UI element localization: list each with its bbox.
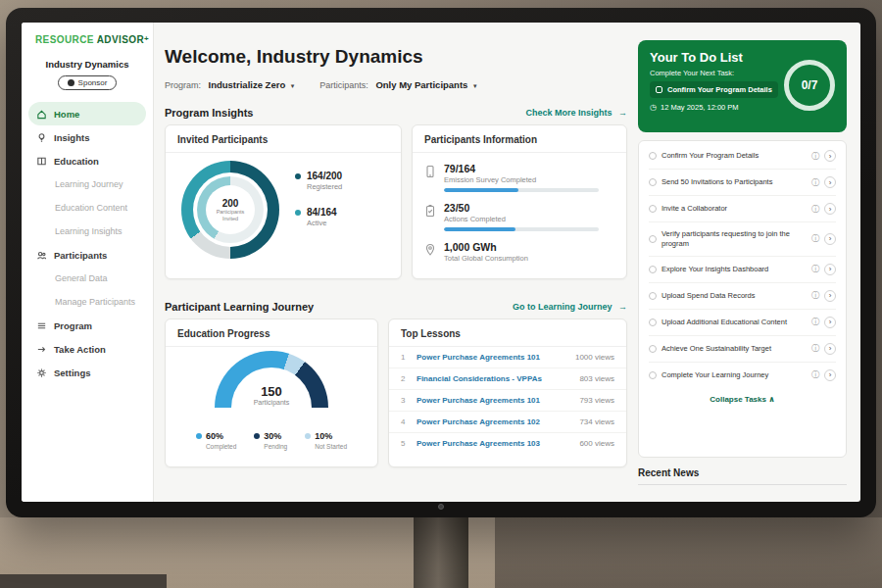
chevron-right-icon[interactable]: › (824, 233, 836, 245)
lesson-row[interactable]: 5 Power Purchase Agreements 103 600 view… (389, 433, 626, 454)
lesson-link[interactable]: Financial Considerations - VPPAs (416, 374, 571, 383)
sidebar-item-insights[interactable]: Insights (22, 125, 153, 149)
sidebar-item-learning-insights[interactable]: Learning Insights (22, 220, 153, 243)
arrow-right-icon: → (618, 108, 627, 118)
sidebar-item-learning-journey[interactable]: Learning Journey (22, 172, 153, 196)
lesson-link[interactable]: Power Purchase Agreements 103 (416, 439, 571, 448)
card-title: Participants Information (413, 125, 626, 153)
sidebar-item-take-action[interactable]: Take Action (22, 337, 153, 361)
info-icon[interactable]: ⓘ (811, 151, 819, 162)
sidebar-item-settings[interactable]: Settings (22, 361, 153, 384)
legend-value: 10% (315, 431, 332, 441)
task-row[interactable]: Upload Spend Data Records ⓘ › (649, 283, 836, 310)
info-icon[interactable]: ⓘ (811, 343, 819, 354)
sidebar-item-program[interactable]: Program (22, 314, 153, 337)
collapse-tasks-button[interactable]: Collapse Tasks ∧ (649, 388, 836, 408)
clock-icon: ◷ (650, 103, 657, 112)
sidebar-item-label: Program (54, 320, 92, 331)
go-to-learning-journey-link[interactable]: Go to Learning Journey → (513, 302, 627, 312)
task-checkbox[interactable] (649, 152, 657, 160)
info-icon[interactable]: ⓘ (811, 264, 819, 274)
task-row[interactable]: Achieve One Sustainability Target ⓘ › (649, 336, 836, 363)
check-more-insights-link[interactable]: Check More Insights → (525, 108, 627, 118)
lesson-number: 1 (401, 353, 409, 362)
lesson-views: 1000 views (575, 353, 614, 362)
task-checkbox[interactable] (649, 178, 657, 186)
info-icon[interactable]: ⓘ (811, 204, 819, 215)
sponsor-badge: Sponsor (58, 75, 118, 90)
brand-part1: RESOURCE (35, 34, 94, 45)
task-row[interactable]: Complete Your Learning Journey ⓘ › (649, 363, 836, 388)
legend-label: Registered (307, 182, 342, 191)
chevron-right-icon[interactable]: › (824, 290, 836, 302)
info-icon[interactable]: ⓘ (811, 369, 819, 380)
chevron-right-icon[interactable]: › (824, 150, 836, 162)
chevron-right-icon[interactable]: › (824, 369, 836, 381)
task-row[interactable]: Send 50 Invitations to Participants ⓘ › (649, 170, 836, 196)
task-label: Confirm Your Program Details (662, 151, 807, 161)
task-label: Invite a Collaborator (662, 204, 807, 214)
sidebar-item-education[interactable]: Education (22, 149, 153, 172)
chevron-right-icon[interactable]: › (824, 203, 836, 215)
lesson-row[interactable]: 3 Power Purchase Agreements 101 793 view… (389, 390, 626, 412)
info-icon[interactable]: ⓘ (811, 290, 819, 301)
chevron-right-icon[interactable]: › (824, 343, 836, 355)
legend-value: 30% (264, 431, 281, 441)
task-checkbox[interactable] (649, 292, 657, 300)
info-icon[interactable]: ⓘ (811, 233, 819, 244)
lesson-row[interactable]: 2 Financial Considerations - VPPAs 803 v… (389, 368, 626, 390)
info-icon[interactable]: ⓘ (811, 177, 819, 188)
sidebar-item-participants[interactable]: Participants (22, 243, 153, 267)
participants-dropdown[interactable]: Only My Participants ▾ (375, 79, 476, 90)
brand-plus: + (144, 34, 149, 43)
legend-item-active: 84/164 Active (295, 207, 342, 227)
task-label: Upload Additional Educational Content (662, 318, 807, 327)
task-checkbox[interactable] (649, 235, 657, 243)
page-title: Welcome, Industry Dynamics (165, 46, 423, 68)
home-icon (36, 109, 47, 120)
lesson-link[interactable]: Power Purchase Agreements 102 (416, 417, 571, 426)
task-row[interactable]: Explore Your Insights Dashboard ⓘ › (649, 257, 836, 283)
sidebar-item-home[interactable]: Home (28, 102, 146, 125)
participants-dropdown-value: Only My Participants (375, 79, 467, 90)
chevron-right-icon[interactable]: › (824, 264, 836, 275)
lesson-link[interactable]: Power Purchase Agreements 101 (416, 353, 567, 362)
info-icon[interactable]: ⓘ (811, 317, 819, 327)
lesson-row[interactable]: 4 Power Purchase Agreements 102 734 view… (389, 412, 626, 433)
sidebar-item-manage-participants[interactable]: Manage Participants (22, 290, 153, 314)
legend-value: 84/164 (307, 207, 337, 218)
card-title: Education Progress (166, 319, 377, 347)
task-label: Complete Your Learning Journey (662, 370, 807, 380)
checkbox-icon[interactable] (656, 86, 662, 93)
sidebar-item-label: Education (54, 156, 99, 167)
lesson-row[interactable]: 1 Power Purchase Agreements 101 1000 vie… (389, 347, 626, 368)
task-row[interactable]: Verify participants requesting to join t… (649, 222, 836, 257)
sidebar-item-label: Manage Participants (55, 297, 135, 307)
sidebar-item-general-data[interactable]: General Data (22, 267, 153, 290)
task-checkbox[interactable] (649, 318, 657, 326)
task-checkbox[interactable] (649, 266, 657, 273)
info-row-survey: 79/164 Emission Survey Completed (413, 163, 626, 192)
next-task-chip[interactable]: Confirm Your Program Details (650, 81, 778, 98)
brand-logo[interactable]: RESOURCE ADVISOR+ (22, 23, 153, 45)
task-row[interactable]: Upload Additional Educational Content ⓘ … (649, 310, 836, 336)
chevron-right-icon[interactable]: › (824, 176, 836, 188)
chevron-right-icon[interactable]: › (824, 317, 836, 328)
webcam-dot (438, 504, 444, 510)
program-dropdown[interactable]: Industrialize Zero ▾ (209, 79, 295, 90)
task-row[interactable]: Confirm Your Program Details ⓘ › (649, 143, 836, 170)
task-checkbox[interactable] (649, 205, 657, 213)
consumption-pin-icon (424, 243, 436, 257)
card-title: Invited Participants (166, 125, 401, 153)
task-label: Verify participants requesting to join t… (662, 229, 807, 249)
sidebar-item-education-content[interactable]: Education Content (22, 196, 153, 220)
legend-item-pending: 30% Pending (254, 431, 287, 450)
progress-fill (444, 188, 518, 192)
task-checkbox[interactable] (649, 371, 657, 379)
task-label: Upload Spend Data Records (662, 291, 807, 301)
gauge-center: 150 Participants (166, 384, 377, 406)
lesson-link[interactable]: Power Purchase Agreements 101 (416, 396, 571, 405)
progress-fill (444, 227, 515, 231)
task-row[interactable]: Invite a Collaborator ⓘ › (649, 196, 836, 222)
task-checkbox[interactable] (649, 345, 657, 353)
